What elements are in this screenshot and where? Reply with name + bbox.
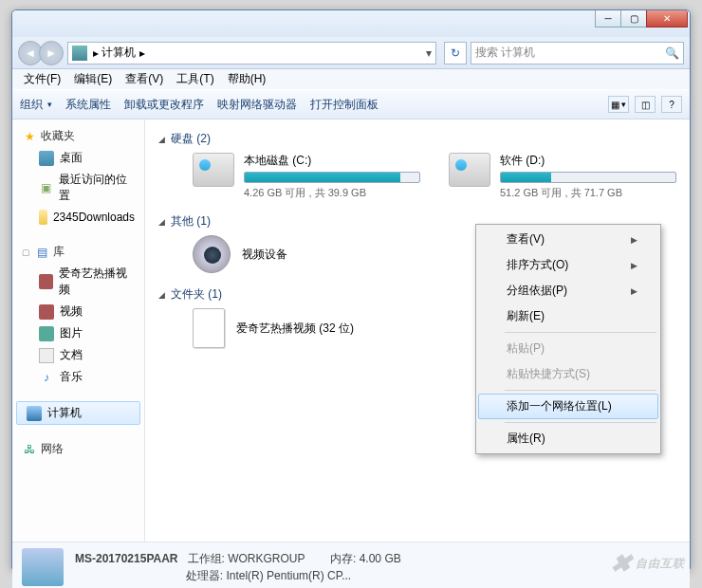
collapse-icon[interactable]: ◢ (158, 290, 165, 300)
sidebar-item-network[interactable]: 🖧网络 (12, 438, 144, 460)
recent-icon: ▣ (39, 180, 53, 195)
chevron-right-icon: ▶ (631, 286, 637, 296)
layout-icon[interactable]: ◫ (635, 96, 656, 113)
title-bar: ─ ▢ ✕ (12, 10, 690, 37)
toolbar: 组织 系统属性 卸载或更改程序 映射网络驱动器 打开控制面板 ▦ ◫ ? (12, 89, 690, 119)
help-icon[interactable]: ? (661, 96, 682, 113)
refresh-button[interactable]: ↻ (444, 42, 467, 64)
forward-button[interactable]: ► (39, 41, 64, 65)
sidebar-item-computer[interactable]: 计算机 (16, 401, 140, 425)
explorer-window: ─ ▢ ✕ ◄ ► ▸ 计算机 ▸ ▾ ↻ 搜索 计算机 🔍 文件(F) 编辑(… (11, 9, 691, 569)
breadcrumb-sep: ▸ (139, 46, 145, 60)
folder-icon (39, 210, 47, 225)
status-bar: MS-20170215PAAR 工作组: WORKGROUP 内存: 4.00 … (12, 542, 690, 588)
search-placeholder: 搜索 计算机 (475, 45, 535, 61)
hdd-icon (449, 153, 490, 187)
tb-organize[interactable]: 组织 (20, 97, 52, 113)
minimize-button[interactable]: ─ (595, 10, 621, 28)
sidebar-item-documents[interactable]: 文档 (12, 344, 144, 366)
computer-name: MS-20170215PAAR (75, 552, 178, 565)
video-icon (39, 274, 53, 289)
tb-map-drive[interactable]: 映射网络驱动器 (217, 97, 297, 113)
usage-bar (244, 172, 420, 183)
label: 图片 (60, 325, 83, 341)
file-icon (193, 308, 225, 348)
sidebar-item-recent[interactable]: ▣最近访问的位置 (12, 169, 144, 207)
usage-fill (501, 173, 551, 182)
sidebar-favorites: ★ 收藏夹 桌面 ▣最近访问的位置 2345Downloads (12, 125, 144, 228)
label: 2345Downloads (53, 211, 135, 224)
menu-help[interactable]: 帮助(H) (222, 69, 272, 89)
cm-sort[interactable]: 排序方式(O)▶ (478, 252, 658, 278)
drive-stats: 4.26 GB 可用 , 共 39.9 GB (244, 186, 420, 200)
collapse-icon[interactable]: ◢ (158, 135, 165, 144)
label: 网络 (41, 441, 64, 457)
tb-properties[interactable]: 系统属性 (65, 97, 111, 113)
menu-tools[interactable]: 工具(T) (171, 69, 219, 89)
sidebar-libraries: ▢ ▤ 库 爱奇艺热播视频 视频 图片 文档 ♪音乐 (12, 241, 144, 388)
search-input[interactable]: 搜索 计算机 🔍 (471, 42, 684, 64)
drives-header[interactable]: ◢硬盘 (2) (158, 131, 676, 147)
cm-add-network-location[interactable]: 添加一个网络位置(L) (478, 394, 658, 419)
drive-name: 软件 (D:) (500, 153, 676, 169)
status-text: MS-20170215PAAR 工作组: WORKGROUP 内存: 4.00 … (75, 550, 401, 584)
drive-name: 本地磁盘 (C:) (244, 153, 420, 169)
label: 查看(V) (507, 231, 545, 248)
cm-refresh[interactable]: 刷新(E) (478, 303, 658, 329)
memory-label: 内存: (330, 552, 356, 565)
desktop-icon (39, 151, 54, 166)
view-mode-icon[interactable]: ▦ (608, 96, 629, 113)
nav-arrows: ◄ ► (18, 41, 60, 65)
sidebar-item-downloads[interactable]: 2345Downloads (12, 207, 144, 228)
cm-properties[interactable]: 属性(R) (478, 426, 658, 451)
watermark: ✖ 自由互联 (610, 549, 685, 579)
sidebar-computer-group: 计算机 (12, 401, 144, 425)
tb-control-panel[interactable]: 打开控制面板 (310, 97, 379, 113)
sidebar-item-desktop[interactable]: 桌面 (12, 147, 144, 169)
document-icon (39, 348, 54, 363)
tb-uninstall[interactable]: 卸载或更改程序 (124, 97, 204, 113)
sidebar-network-group: 🖧网络 (12, 438, 144, 460)
drive-d[interactable]: 软件 (D:) 51.2 GB 可用 , 共 71.7 GB (449, 153, 676, 200)
label: 爱奇艺热播视频 (59, 266, 135, 298)
computer-icon (27, 406, 42, 421)
breadcrumb-sep: ▸ (93, 46, 99, 60)
libraries-header[interactable]: ▢ ▤ 库 (12, 241, 144, 263)
menu-view[interactable]: 查看(V) (120, 69, 169, 89)
memory-value: 4.00 GB (360, 552, 401, 565)
sidebar-item-music[interactable]: ♪音乐 (12, 366, 144, 388)
menu-file[interactable]: 文件(F) (18, 69, 66, 89)
sidebar-item-videos[interactable]: 视频 (12, 301, 144, 322)
menu-edit[interactable]: 编辑(E) (68, 69, 118, 89)
label: 添加一个网络位置(L) (507, 398, 612, 414)
drive-c[interactable]: 本地磁盘 (C:) 4.26 GB 可用 , 共 39.9 GB (193, 153, 420, 200)
label: 刷新(E) (507, 308, 545, 324)
cpu-value: Intel(R) Pentium(R) CP... (226, 569, 351, 582)
star-icon: ★ (22, 129, 37, 144)
collapse-icon[interactable]: ◢ (158, 217, 165, 227)
address-dropdown[interactable]: ▾ (426, 46, 432, 60)
label: 分组依据(P) (507, 283, 567, 299)
video-icon (39, 304, 54, 320)
watermark-text: 自由互联 (636, 556, 685, 572)
close-button[interactable]: ✕ (646, 10, 688, 28)
body: ★ 收藏夹 桌面 ▣最近访问的位置 2345Downloads ▢ ▤ 库 爱奇… (12, 119, 690, 542)
sidebar-item-iqiyi[interactable]: 爱奇艺热播视频 (12, 263, 144, 301)
label: 音乐 (60, 369, 83, 385)
content-pane[interactable]: ◢硬盘 (2) 本地磁盘 (C:) 4.26 GB 可用 , 共 39.9 GB… (145, 119, 690, 542)
address-bar[interactable]: ▸ 计算机 ▸ ▾ (67, 42, 436, 64)
breadcrumb[interactable]: 计算机 (102, 45, 136, 61)
cm-view[interactable]: 查看(V)▶ (478, 227, 658, 252)
separator (505, 390, 656, 391)
cm-group[interactable]: 分组依据(P)▶ (478, 278, 658, 303)
computer-icon (72, 46, 87, 61)
menu-bar: 文件(F) 编辑(E) 查看(V) 工具(T) 帮助(H) (12, 69, 690, 89)
drive-info: 本地磁盘 (C:) 4.26 GB 可用 , 共 39.9 GB (244, 153, 420, 200)
expand-icon[interactable]: ▢ (22, 248, 30, 257)
drive-stats: 51.2 GB 可用 , 共 71.7 GB (500, 186, 676, 200)
sidebar-item-pictures[interactable]: 图片 (12, 322, 144, 344)
maximize-button[interactable]: ▢ (620, 10, 647, 28)
label: 其他 (1) (171, 213, 211, 230)
favorites-header[interactable]: ★ 收藏夹 (12, 125, 144, 147)
drives-row: 本地磁盘 (C:) 4.26 GB 可用 , 共 39.9 GB 软件 (D:)… (193, 153, 676, 200)
